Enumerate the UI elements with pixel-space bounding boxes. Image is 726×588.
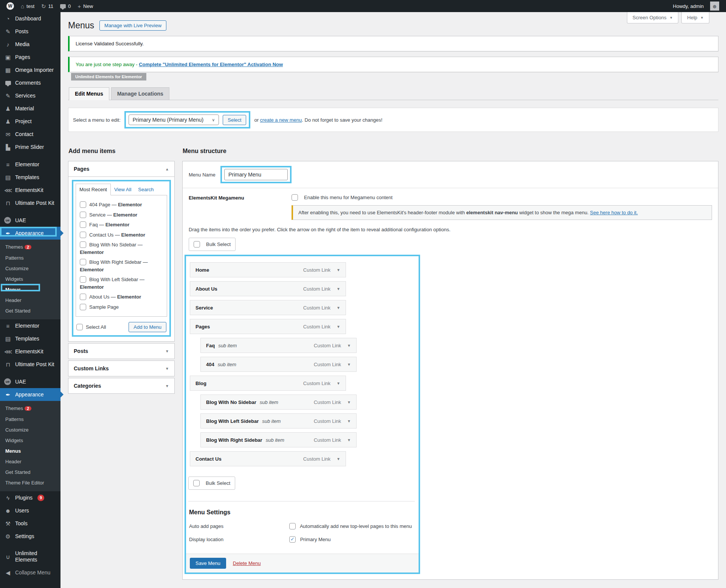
item-toggle-icon[interactable]: ▼ (337, 268, 340, 272)
sidebar-item-appearance[interactable]: ✒Appearance (0, 227, 60, 240)
menu-name-input[interactable] (224, 169, 288, 180)
select-all-checkbox[interactable] (76, 324, 83, 330)
bulk-select-checkbox[interactable] (194, 241, 200, 248)
comments-menu[interactable]: 0 (57, 0, 74, 12)
display-location-checkbox[interactable]: ✓ (289, 536, 296, 543)
menu-item-faq[interactable]: Faqsub item Custom Link▼ (200, 338, 357, 353)
sidebar-item-menus[interactable]: Menus (0, 285, 60, 295)
page-checkbox[interactable] (80, 259, 86, 265)
item-toggle-icon[interactable]: ▼ (347, 438, 351, 442)
sidebar-item-elementskit[interactable]: ⋘ElementsKit (0, 184, 60, 197)
sidebar-item-material[interactable]: ♟Material (0, 102, 60, 115)
sidebar-item-plugins[interactable]: ϟPlugins9 (0, 491, 60, 504)
add-to-menu-button[interactable]: Add to Menu (129, 322, 166, 332)
my-account-menu[interactable]: Howdy, admin (670, 0, 707, 12)
page-checkbox[interactable] (80, 276, 86, 283)
sidebar-item-tools[interactable]: ⚒Tools (0, 517, 60, 530)
item-toggle-icon[interactable]: ▼ (337, 306, 340, 310)
sidebar-item-omega-importer[interactable]: ▦Omega Importer (0, 63, 60, 76)
item-toggle-icon[interactable]: ▼ (337, 381, 340, 385)
menu-select-dropdown[interactable]: Primary Menu (Primary Menu) ∨ (129, 115, 219, 125)
sidebar-item-widgets[interactable]: Widgets (0, 435, 60, 446)
live-preview-button[interactable]: Manage with Live Preview (99, 20, 166, 31)
tab-manage-locations[interactable]: Manage Locations (111, 87, 169, 100)
sidebar-item-unlimited-elements[interactable]: ∪Unlimited Elements (0, 547, 60, 566)
new-content-menu[interactable]: +New (74, 0, 96, 12)
w[interactable]: W (3, 0, 17, 12)
page-checkbox[interactable] (80, 241, 86, 248)
sidebar-item-comments[interactable]: Comments (0, 76, 60, 89)
sidebar-item-elementskit[interactable]: ⋘ElementsKit (0, 345, 60, 358)
sidebar-item-ultimate-post-kit[interactable]: ⊓Ultimate Post Kit (0, 358, 60, 371)
menu-item-blog-no-sidebar[interactable]: Blog With No Sidebarsub item Custom Link… (200, 395, 357, 410)
menu-item-blog[interactable]: Blog Custom Link▼ (190, 376, 346, 391)
create-new-menu-link[interactable]: create a new menu (260, 117, 302, 123)
tab-search[interactable]: Search (135, 184, 157, 195)
sidebar-item-templates[interactable]: ▤Templates (0, 332, 60, 345)
menu-item-about-us[interactable]: About Us Custom Link▼ (190, 281, 346, 296)
categories-accordion-header[interactable]: Categories ▼ (68, 378, 174, 393)
item-toggle-icon[interactable]: ▼ (347, 400, 351, 404)
sidebar-item-patterns[interactable]: Patterns (0, 414, 60, 425)
sidebar-item-ultimate-post-kit[interactable]: ⊓Ultimate Post Kit (0, 197, 60, 209)
item-toggle-icon[interactable]: ▼ (337, 325, 340, 329)
item-toggle-icon[interactable]: ▼ (347, 419, 351, 423)
sidebar-item-get-started[interactable]: Get Started (0, 306, 60, 316)
menu-item-service[interactable]: Service Custom Link▼ (190, 300, 346, 315)
page-checkbox[interactable] (80, 221, 86, 228)
bulk-select-checkbox[interactable] (193, 480, 200, 486)
sidebar-item-patterns[interactable]: Patterns (0, 253, 60, 263)
item-toggle-icon[interactable]: ▼ (347, 344, 351, 348)
sidebar-item-header[interactable]: Header (0, 295, 60, 306)
sidebar-item-templates[interactable]: ▤Templates (0, 171, 60, 184)
sidebar-item-header[interactable]: Header (0, 456, 60, 467)
sidebar-item-theme-file-editor[interactable]: Theme File Editor (0, 478, 60, 488)
help-button[interactable]: Help▼ (681, 12, 709, 23)
item-toggle-icon[interactable]: ▼ (337, 287, 340, 291)
sidebar-item-uae[interactable]: ueUAE (0, 214, 60, 227)
sidebar-item-uae[interactable]: ueUAE (0, 375, 60, 388)
menu-item-contact-us[interactable]: Contact Us Custom Link▼ (190, 451, 346, 466)
screen-options-button[interactable]: Screen Options▼ (627, 12, 679, 23)
sidebar-item-customize[interactable]: Customize (0, 263, 60, 274)
tab-view-all[interactable]: View All (111, 184, 135, 195)
page-checkbox[interactable] (80, 232, 86, 238)
custom-links-accordion-header[interactable]: Custom Links ▼ (68, 361, 174, 376)
sidebar-item-get-started[interactable]: Get Started (0, 467, 60, 478)
sidebar-item-appearance[interactable]: ✒Appearance (0, 388, 60, 401)
sidebar-item-settings[interactable]: ⚙Settings (0, 530, 60, 543)
menu-item-blog-right-sidebar[interactable]: Blog With Right Sidebarsub item Custom L… (200, 432, 357, 447)
page-checkbox[interactable] (80, 294, 86, 300)
menu-item-home[interactable]: Home Custom Link▼ (190, 262, 346, 277)
pages-accordion-header[interactable]: Pages ▲ (68, 161, 174, 177)
activation-link[interactable]: Complete "Unlimited Elements for Element… (139, 62, 283, 67)
menu-item-404[interactable]: 404sub item Custom Link▼ (200, 357, 357, 372)
sidebar-item-customize[interactable]: Customize (0, 425, 60, 435)
site-menu[interactable]: ⌂test (17, 0, 38, 12)
sidebar-item-users[interactable]: ☻Users (0, 504, 60, 517)
auto-add-pages-checkbox[interactable] (289, 523, 296, 529)
select-button[interactable]: Select (223, 115, 246, 125)
sidebar-item-project[interactable]: ♟Project (0, 115, 60, 128)
sidebar-item-elementor[interactable]: ≡Elementor (0, 158, 60, 171)
megamenu-enable-checkbox[interactable] (292, 194, 298, 201)
sidebar-item-dashboard[interactable]: ◔Dashboard (0, 12, 60, 25)
sidebar-item-elementor[interactable]: ≡Elementor (0, 319, 60, 332)
item-toggle-icon[interactable]: ▼ (337, 457, 340, 461)
sidebar-item-media[interactable]: ♪Media (0, 38, 60, 51)
page-checkbox[interactable] (80, 304, 86, 310)
page-checkbox[interactable] (80, 201, 86, 208)
sidebar-item-contact[interactable]: ✉Contact (0, 128, 60, 141)
megamenu-howto-link[interactable]: See here how to do it. (590, 210, 638, 215)
item-toggle-icon[interactable]: ▼ (347, 362, 351, 367)
delete-menu-link[interactable]: Delete Menu (233, 560, 261, 566)
save-menu-button[interactable]: Save Menu (190, 558, 226, 569)
updates-menu[interactable]: ↻11 (38, 0, 57, 12)
menu-item-blog-left-sidebar[interactable]: Blog With Left Sidebarsub item Custom Li… (200, 413, 357, 429)
sidebar-item-pages[interactable]: ▣Pages (0, 51, 60, 63)
sidebar-item-posts[interactable]: ✎Posts (0, 25, 60, 38)
page-checkbox[interactable] (80, 212, 86, 218)
sidebar-item-menus[interactable]: Menus (0, 446, 60, 456)
tab-edit-menus[interactable]: Edit Menus (69, 87, 109, 100)
posts-accordion-header[interactable]: Posts ▼ (68, 344, 174, 359)
